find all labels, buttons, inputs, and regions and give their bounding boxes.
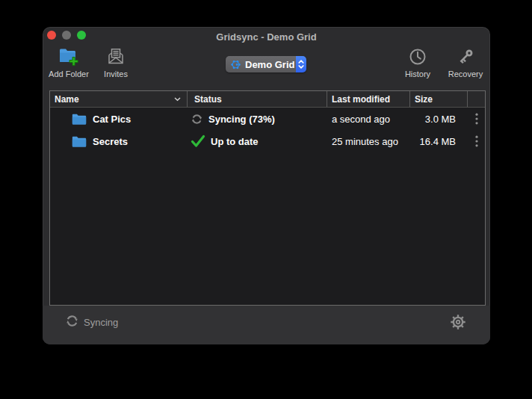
folder-icon [72, 135, 87, 148]
folders-table: Name Status Last modified Size [49, 90, 486, 306]
column-header-last-modified[interactable]: Last modified [327, 91, 410, 107]
title-bar[interactable]: Gridsync - Demo Grid [43, 27, 490, 46]
add-folder-label: Add Folder [49, 69, 89, 78]
add-folder-icon [58, 46, 79, 66]
last-modified-text: a second ago [327, 108, 410, 130]
folder-name: Cat Pics [93, 114, 131, 125]
gridsync-window: Gridsync - Demo Grid Add Folder Invites [43, 27, 490, 344]
status-bar: Syncing [43, 306, 490, 344]
invites-envelope-icon [106, 46, 126, 66]
invites-label: Invites [104, 69, 128, 78]
combo-arrows-icon [296, 56, 306, 72]
row-menu-button[interactable] [468, 130, 485, 152]
column-header-size[interactable]: Size [410, 91, 468, 107]
recovery-button[interactable]: Recovery [443, 46, 488, 78]
sync-status-text: Syncing [84, 317, 118, 328]
sort-chevron-down-icon [174, 97, 181, 102]
row-menu-button[interactable] [468, 108, 485, 130]
folder-name: Secrets [93, 136, 128, 147]
history-clock-icon [408, 46, 427, 66]
add-folder-button[interactable]: Add Folder [46, 46, 92, 78]
size-text: 3.0 MB [410, 108, 468, 130]
last-modified-text: 25 minutes ago [327, 130, 410, 152]
gridsync-logo-icon [230, 59, 241, 70]
recovery-label: Recovery [448, 69, 483, 78]
recovery-key-icon [456, 46, 475, 66]
sync-arrows-icon [65, 314, 79, 328]
settings-button[interactable] [450, 314, 466, 330]
invites-button[interactable]: Invites [95, 46, 137, 78]
sync-arrows-icon [191, 113, 203, 126]
folder-icon [72, 113, 87, 126]
vertical-ellipsis-icon [475, 113, 478, 125]
table-header: Name Status Last modified Size [50, 91, 485, 108]
size-text: 16.4 MB [410, 130, 468, 152]
table-row[interactable]: Cat Pics Syncing (73%) [50, 108, 485, 130]
grid-selector-value: Demo Grid [245, 59, 294, 70]
status-text: Syncing (73%) [208, 114, 275, 125]
table-row[interactable]: Secrets Up to date 25 minutes ago 16.4 M… [50, 130, 485, 152]
window-title: Gridsync - Demo Grid [43, 27, 490, 46]
column-header-menu [468, 91, 485, 107]
status-text: Up to date [211, 136, 259, 147]
history-button[interactable]: History [397, 46, 439, 78]
column-header-name[interactable]: Name [50, 91, 188, 107]
green-check-icon [191, 134, 205, 148]
vertical-ellipsis-icon [475, 135, 478, 147]
column-header-status[interactable]: Status [188, 91, 327, 107]
history-label: History [405, 69, 430, 78]
grid-selector[interactable]: Demo Grid [226, 56, 306, 72]
